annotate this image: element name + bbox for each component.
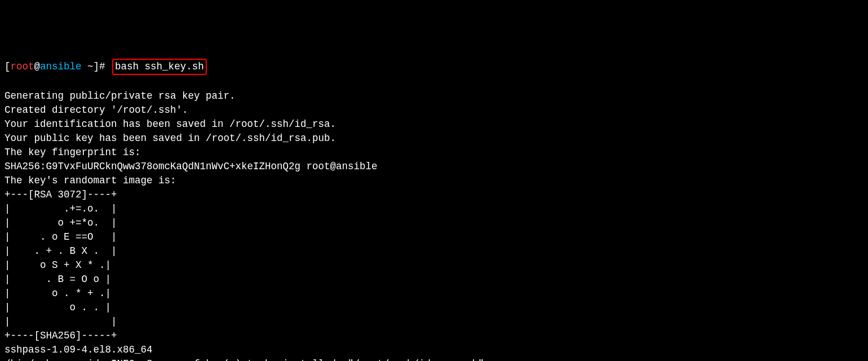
output-line: | o . * + .| <box>5 287 863 301</box>
output-line: | o S + X * .| <box>5 258 863 272</box>
output-line: +----[SHA256]-----+ <box>5 329 863 343</box>
prompt-host: ansible <box>40 61 82 72</box>
command-text: bash ssh_key.sh <box>115 61 204 72</box>
prompt-path: ~ <box>82 61 94 72</box>
output-line: | o . . | <box>5 301 863 315</box>
output-line: The key's randomart image is: <box>5 174 863 188</box>
prompt-at: @ <box>34 61 41 72</box>
output-line: | | <box>5 315 863 329</box>
prompt-open-bracket: [ <box>5 61 11 72</box>
output-line: /bin/ssh-copy-id: INFO: Source of key(s)… <box>5 357 863 361</box>
output-line: | .+=.o. | <box>5 202 863 216</box>
output-line: The key fingerprint is: <box>5 146 863 160</box>
prompt-close-bracket: ] <box>94 61 100 72</box>
output-line: | . B = O o | <box>5 272 863 287</box>
output-line: +---[RSA 3072]----+ <box>5 188 863 202</box>
output-line: Your public key has been saved in /root/… <box>5 131 863 146</box>
output-line: Your identification has been saved in /r… <box>5 117 863 131</box>
output-line: SHA256:G9TvxFuURCknQww378omcKaQdN1nWvC+x… <box>5 160 863 174</box>
output-line: | . o E ==O | <box>5 230 863 244</box>
terminal-prompt-line[interactable]: [root@ansible ~]# bash ssh_key.sh <box>5 59 863 75</box>
output-line: | o +=*o. | <box>5 216 863 230</box>
output-line: | . + . B X . | <box>5 244 863 258</box>
output-line: sshpass-1.09-4.el8.x86_64 <box>5 343 863 357</box>
output-line: Generating public/private rsa key pair. <box>5 89 863 103</box>
command-highlight-box: bash ssh_key.sh <box>112 59 207 75</box>
terminal-output: Generating public/private rsa key pair.C… <box>5 89 863 361</box>
output-line: Created directory '/root/.ssh'. <box>5 103 863 117</box>
prompt-user: root <box>11 61 34 72</box>
prompt-hash: # <box>99 61 111 72</box>
